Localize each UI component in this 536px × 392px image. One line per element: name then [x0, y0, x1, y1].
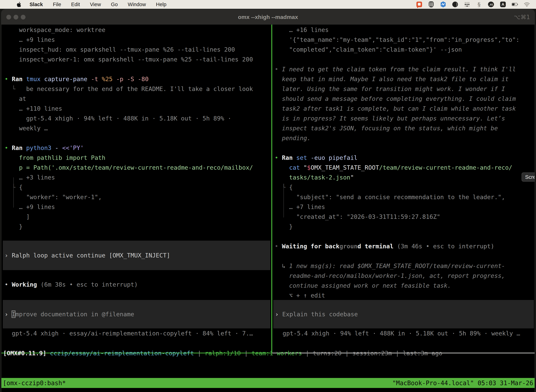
terminal-line: at: [5, 94, 271, 104]
terminal-line: … +7 lines: [275, 202, 535, 212]
terminal-line: continue assigned work or next feasible …: [275, 281, 535, 290]
right-prompt-input[interactable]: › Explain this codebase: [273, 300, 534, 328]
terminal-line: … +9 lines: [5, 202, 271, 212]
terminal-line: … +9 lines: [5, 35, 271, 45]
right-pane-transcript: … +16 lines '{"team_name":"my-team","tas…: [272, 25, 535, 300]
terminal-line: gpt-5.4 xhigh · 94% left · 488K in · 5.1…: [5, 113, 271, 123]
terminal-line: [275, 54, 535, 64]
terminal-line: └ {: [275, 182, 535, 192]
window-title: omx --xhigh --madmax: [1, 14, 535, 20]
terminal-line: pending.: [275, 133, 535, 143]
left-prompt-text: › Improve documentation in @filename: [3, 309, 270, 319]
screen-overlay-badge: Scre: [522, 173, 535, 182]
terminal-line: tasks/task-2.json": [275, 173, 535, 182]
menu-item-file[interactable]: File: [53, 2, 61, 7]
terminal-line: └ be necessary for the end of the README…: [5, 84, 271, 94]
terminal-window: omx --xhigh --madmax ⌥⌘1 workspace_mode:…: [1, 9, 535, 392]
left-model-status-line: gpt-5.4 xhigh · essay/ai-reimplementatio…: [1, 328, 271, 338]
dots-grid-icon[interactable]: [464, 1, 470, 8]
screen-overlay-label: Scre: [525, 174, 535, 180]
battery-icon[interactable]: [512, 1, 518, 8]
terminal-line: [275, 232, 535, 241]
menu-item-view[interactable]: View: [90, 2, 101, 7]
terminal-line: p = Path('.omx/state/team/review-current…: [5, 163, 271, 173]
menu-app-name[interactable]: Slack: [29, 2, 43, 7]
terminal-line: task2 after task1 is complete, but can I…: [275, 104, 535, 113]
terminal-line: [275, 251, 535, 261]
terminal-line: workspace_mode: worktree: [5, 25, 271, 35]
terminal-line: should send a message before completing …: [275, 94, 535, 104]
tmux-session-label[interactable]: [omx-cczip0:bash*: [3, 379, 66, 387]
working-status-line: • Working (6m 38s • esc to interrupt): [1, 280, 271, 289]
terminal-line: cat "$OMX_TEAM_STATE_ROOT/team/review-cu…: [275, 163, 535, 173]
terminal-line: from pathlib import Path: [5, 153, 271, 163]
menu-item-go[interactable]: Go: [111, 2, 118, 7]
wifi-icon[interactable]: [524, 1, 530, 8]
left-prompt-input[interactable]: › Improve documentation in @filename: [3, 300, 270, 328]
menu-item-edit[interactable]: Edit: [71, 2, 80, 7]
menu-items: Slack File Edit View Go Window Help: [29, 2, 166, 7]
terminal-line: [5, 133, 271, 143]
terminal-line: • Ran set -euo pipefail: [275, 153, 535, 163]
menu-bar: Slack File Edit View Go Window Help: [0, 0, 536, 9]
blue-bolt-icon[interactable]: [440, 1, 446, 8]
terminal-line: "completed","claim_token":"claim-token"}…: [275, 45, 535, 54]
menu-status-icons: § ..61 A: [416, 1, 530, 8]
terminal-line: • I need to get the claim token from the…: [275, 64, 535, 74]
terminal-line: readme-and-reco/mailbox/worker-1.json, a…: [275, 271, 535, 281]
terminal-line: • Ran tmux capture-pane -t %25 -p -S -80: [5, 74, 271, 84]
terminal-line: • Ran python3 - <<'PY': [5, 143, 271, 153]
terminal-line: inspect_worker-1: omx sparkshell --tmux-…: [5, 54, 271, 64]
terminal-line: "subject": "send a concise recommendatio…: [275, 192, 535, 202]
title-bar: omx --xhigh --madmax ⌥⌘1: [1, 9, 535, 25]
window-shortcut-badge: ⌥⌘1: [514, 14, 530, 21]
menu-item-window[interactable]: Window: [128, 2, 146, 7]
terminal-line: inspect task2's JSON, focusing on the st…: [275, 123, 535, 133]
terminal-line: … +16 lines: [275, 25, 535, 35]
terminal-line: "worker": "worker-1",: [5, 192, 271, 202]
shield-grid-icon[interactable]: [428, 1, 434, 8]
terminal-line: [5, 64, 271, 74]
terminal-line: • Working (6m 38s • esc to interrupt): [5, 280, 271, 289]
terminal-line: └ {: [5, 182, 271, 192]
terminal-line: › Improve documentation in @filename: [5, 309, 270, 319]
right-pane[interactable]: … +16 lines '{"team_name":"my-team","tas…: [272, 25, 535, 353]
terminal-line: "created_at": "2026-03-31T11:59:27.816Z": [275, 212, 535, 222]
terminal-line: [275, 143, 535, 153]
tree-guide-line: [283, 187, 284, 217]
ralph-loop-box: › Ralph loop active continue [OMX_TMUX_I…: [3, 241, 270, 270]
terminal-line: }: [275, 222, 535, 232]
terminal-line: [OMX#0.11.9] cczip/essay/ai-reimplementa…: [3, 348, 535, 358]
terminal-line: keep that in mind. Maybe I also need the…: [275, 74, 535, 84]
terminal-line: }: [5, 222, 271, 232]
text-a-icon[interactable]: A: [500, 1, 506, 8]
terminal-line: weekly …: [5, 123, 271, 133]
terminal-line: ↳ 1 new msg(s): read $OMX_TEAM_STATE_ROO…: [275, 261, 535, 271]
right-prompt-text: › Explain this codebase: [273, 309, 534, 319]
terminal-line: gpt-5.4 xhigh · 94% left · 488K in · 5.1…: [275, 328, 535, 338]
terminal-line: • Waiting for background terminal (3m 46…: [275, 241, 535, 251]
left-pane-transcript: workspace_mode: worktree … +9 lines insp…: [1, 25, 271, 232]
tmux-status-bar: [omx-cczip0:bash* "MacBook-Pro-44.local"…: [1, 378, 535, 388]
left-pane[interactable]: workspace_mode: worktree … +9 lines insp…: [1, 25, 271, 353]
terminal-line: › Ralph loop active continue [OMX_TMUX_I…: [5, 250, 270, 260]
tree-guide-line: [13, 177, 14, 208]
terminal-line: is in progress? It seems likely but perh…: [275, 113, 535, 123]
menu-item-help[interactable]: Help: [156, 2, 167, 7]
apple-icon[interactable]: [17, 1, 22, 7]
pane-divider[interactable]: [271, 25, 272, 353]
ralph-loop-text: › Ralph loop active continue [OMX_TMUX_I…: [3, 250, 270, 260]
terminal-line: inspect_hud: omx sparkshell --tmux-pane …: [5, 45, 271, 54]
terminal-line: … +110 lines: [5, 104, 271, 113]
terminal-line: ]: [5, 212, 271, 222]
right-model-status-line: gpt-5.4 xhigh · 94% left · 488K in · 5.1…: [272, 328, 535, 338]
terminal-content: workspace_mode: worktree … +9 lines insp…: [1, 25, 535, 392]
terminal-line: '{"team_name":"my-team","task_id":"1","f…: [275, 35, 535, 45]
chat-app-icon[interactable]: [416, 1, 422, 8]
terminal-line: ⌥ + ↑ edit: [275, 290, 535, 300]
badge-61-icon[interactable]: ..61: [488, 1, 494, 8]
terminal-line: … +3 lines: [5, 173, 271, 182]
moon-chevron-icon[interactable]: [452, 1, 458, 8]
squiggle-icon[interactable]: §: [476, 1, 482, 8]
tmux-host-clock-label: "MacBook-Pro-44.local" 05:03 31-Mar-26: [392, 379, 533, 387]
